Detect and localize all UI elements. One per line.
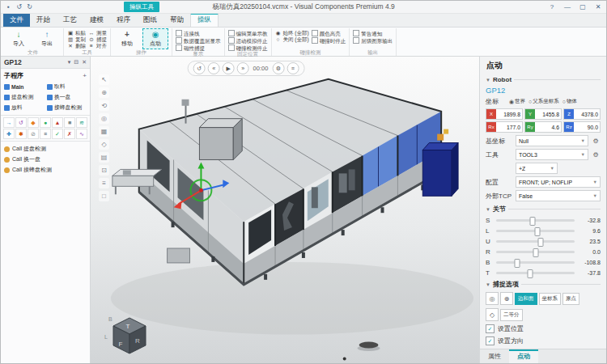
playback-button[interactable]: ▶	[223, 62, 235, 74]
slider-thumb[interactable]	[529, 217, 535, 226]
jog-button[interactable]: ◉ 点动	[142, 28, 168, 49]
ribbon-tab[interactable]: 文件	[3, 14, 30, 27]
cube-front-face[interactable]: F	[119, 341, 123, 348]
floor-object[interactable]	[359, 342, 379, 349]
statement-tool-icon[interactable]: ■	[64, 117, 75, 128]
joint-value[interactable]: 9.6	[578, 228, 601, 234]
panel-tab[interactable]: 点动	[509, 349, 538, 363]
view-tool-icon[interactable]: ◇	[99, 139, 109, 150]
snap-checkbox-row[interactable]: ✓ 设置位置	[486, 324, 601, 333]
fixed-position-option[interactable]: 碰撞检测停止	[228, 44, 268, 51]
view-tool-icon[interactable]: ⊕	[99, 87, 109, 98]
joint-slider[interactable]	[496, 230, 575, 232]
fixed-position-option[interactable]: 编辑菜单示教	[228, 30, 268, 36]
output-option[interactable]: 层级图形输出	[353, 37, 393, 44]
view-tool-icon[interactable]: ↖	[99, 74, 109, 85]
joint-slider[interactable]	[496, 261, 575, 264]
external-tcp-select[interactable]: False▼	[516, 190, 601, 201]
cube-top-face[interactable]: T	[126, 323, 130, 330]
align-axis-select[interactable]: +Z▼	[516, 163, 558, 174]
window-control-button[interactable]: —	[562, 3, 572, 11]
collision-detector-radio[interactable]: ◉始终 (全部)	[275, 30, 309, 36]
statement-tool-icon[interactable]: ↺	[15, 117, 27, 128]
ribbon-tab[interactable]: 开始	[30, 14, 57, 27]
joint-slider[interactable]	[496, 240, 575, 243]
view-tool-icon[interactable]: □	[99, 191, 109, 201]
quick-access-icon[interactable]: ↺	[15, 3, 23, 11]
ribbon-tab[interactable]: 程序	[110, 14, 137, 27]
ribbon-tab[interactable]: 图纸	[137, 14, 163, 27]
view-tool-icon[interactable]: ⊡	[99, 165, 109, 176]
snap-options-section-header[interactable]: ▼ 捕捉选项	[486, 280, 601, 289]
ribbon-tab[interactable]: 工艺	[57, 14, 83, 27]
robot-section-header[interactable]: ▼ Robot	[486, 76, 601, 83]
snap-mode-button[interactable]: 坐标系	[539, 293, 562, 305]
viewport-3d[interactable]: ↺«▶» 00:00 ⚙≡ ↖⊕⟲◎▦◇▤⊡≡□	[91, 57, 479, 363]
snap-tool-icon[interactable]: ⊕	[500, 292, 513, 305]
base-gear-icon[interactable]: ⚙	[591, 138, 601, 145]
move-button[interactable]: + 移动	[114, 28, 140, 49]
output-option[interactable]: 警告通知	[353, 30, 393, 36]
routine-item[interactable]: 接蜂盘检测	[46, 103, 87, 112]
collision-option[interactable]: 颜色高亮	[312, 30, 346, 36]
joint-value[interactable]: -37.8	[578, 270, 601, 276]
joints-section-header[interactable]: ▼ 关节	[486, 205, 601, 214]
routine-item[interactable]: 换一盘	[46, 92, 87, 102]
panel-dropdown-icon[interactable]: ▾	[68, 59, 71, 66]
snap-tool-icon[interactable]: ◎	[486, 292, 499, 305]
tool-frame-select[interactable]: TOOL3▼	[516, 149, 588, 160]
snap-mode-button[interactable]: 原点	[562, 293, 579, 305]
routine-item[interactable]: 放料	[3, 103, 45, 112]
statement-tool-icon[interactable]: →	[3, 117, 15, 128]
routine-item[interactable]: Main	[3, 82, 45, 91]
clipboard-button[interactable]: ▣粘贴	[67, 30, 86, 36]
statement-tool-icon[interactable]: ∿	[76, 129, 87, 139]
joint-value[interactable]: -108.8	[578, 260, 601, 265]
playback-button[interactable]: «	[208, 62, 220, 74]
view-tool-icon[interactable]: ⟲	[99, 100, 109, 111]
snap-bisect-icon[interactable]: ◇	[486, 308, 499, 321]
joint-value[interactable]: 0.0	[578, 249, 601, 255]
ribbon-tab[interactable]: 建模	[83, 14, 110, 27]
playback-button[interactable]: »	[237, 62, 249, 74]
tool-button[interactable]: ↔测量	[88, 30, 107, 36]
quick-access-icon[interactable]: ▪	[4, 3, 13, 11]
robot-name[interactable]: GP12	[486, 86, 601, 95]
statement-tool-icon[interactable]: ✱	[15, 129, 27, 139]
cube-back-label[interactable]: B	[108, 316, 112, 322]
statement-tool-icon[interactable]: ≋	[76, 117, 87, 128]
add-subroutine-button[interactable]: +	[83, 72, 87, 79]
position-field[interactable]: X 1899.8	[486, 108, 523, 120]
coordinate-radio[interactable]: ○物体	[562, 98, 577, 105]
slider-thumb[interactable]	[538, 238, 544, 247]
ribbon-tab[interactable]: 帮助	[163, 14, 190, 27]
window-control-button[interactable]: ✕	[593, 3, 603, 11]
statement-tool-icon[interactable]: ◆	[28, 117, 39, 128]
navigation-cube[interactable]: B L T F R	[102, 310, 154, 358]
slider-thumb[interactable]	[515, 259, 520, 268]
statement-tool-icon[interactable]: ✗	[64, 129, 75, 139]
joint-value[interactable]: 23.5	[578, 239, 601, 244]
statement-row[interactable]: Call 接蜂盘检测	[1, 165, 90, 175]
window-control-button[interactable]: ?	[547, 3, 557, 11]
view-tool-icon[interactable]: ▦	[99, 126, 109, 137]
statement-tool-icon[interactable]: ✚	[3, 129, 15, 139]
import-button[interactable]: ↓ 导入	[6, 28, 32, 49]
position-field[interactable]: Rz 90.0	[563, 121, 601, 133]
playback-button[interactable]: ↺	[193, 62, 206, 74]
joint-slider[interactable]	[496, 272, 575, 274]
coordinate-radio[interactable]: ◉世界	[509, 98, 525, 105]
statement-row[interactable]: Call 换一盘	[1, 154, 90, 164]
clipboard-button[interactable]: ▥复制	[67, 36, 86, 42]
cube-right-face[interactable]: R	[135, 337, 140, 345]
statement-tool-icon[interactable]: ✓	[52, 129, 63, 139]
playbar-settings-button[interactable]: ≡	[287, 62, 299, 74]
view-tool-icon[interactable]: ▤	[99, 152, 109, 163]
collision-detector-radio[interactable]: ○关闭 (全部)	[275, 36, 309, 42]
display-option[interactable]: 磁性捕捉	[176, 44, 221, 51]
slider-thumb[interactable]	[533, 248, 538, 257]
joint-value[interactable]: -32.8	[578, 218, 601, 223]
snap-mode-button[interactable]: 边和面	[515, 293, 537, 305]
routine-item[interactable]: 取料	[46, 82, 87, 91]
panel-close-icon[interactable]: ✕	[82, 59, 87, 66]
